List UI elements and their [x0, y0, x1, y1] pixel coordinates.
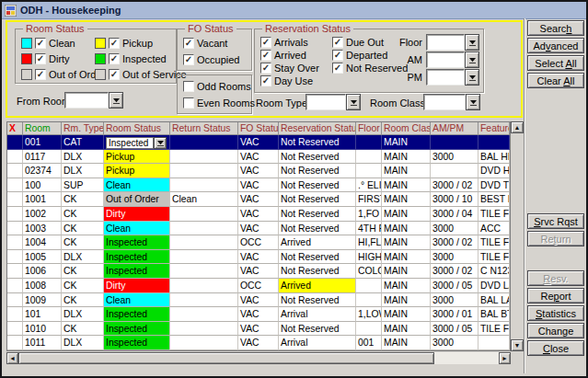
table-row[interactable]: 1011DLXInspectedVACArrival001MAIN3000 [7, 336, 510, 350]
cell-return-status [170, 150, 238, 165]
advanced-button[interactable]: Advanced [527, 38, 584, 53]
checkbox-label: Odd Rooms [197, 81, 251, 92]
window: ODH - Housekeeping Room Status ✓Clean✓Di… [0, 0, 588, 378]
cell-room-class: MAIN [382, 336, 431, 350]
table-row[interactable]: 1006CKInspectedVACNot ReservedCOLCMAIN30… [7, 264, 510, 279]
checkbox-label: Vacant [197, 38, 227, 49]
floor-combo [426, 34, 479, 51]
scrollbar-thumb[interactable] [18, 352, 434, 364]
vacant-checkbox[interactable]: ✓Vacant [183, 37, 239, 49]
even-rooms-checkbox[interactable]: Even Rooms [183, 97, 255, 109]
table-row[interactable]: 1009CKCleanVACNot ReservedMAIN3000BAL LA… [7, 293, 510, 308]
room-status-combo[interactable]: Inspected [106, 137, 167, 149]
app-icon[interactable] [5, 5, 17, 17]
dropdown-icon[interactable] [465, 69, 479, 86]
table-row[interactable]: 02374DLXPickupVACNot ReservedMAINDVD HB [7, 164, 510, 178]
table-row[interactable]: 0117DLXPickupVACNot ReservedMAIN3000BAL … [7, 150, 510, 165]
dirty-checkbox[interactable]: ✓Dirty [21, 52, 105, 64]
checkbox-box[interactable]: ✓ [332, 63, 343, 74]
cell-room: 1005 [23, 250, 62, 265]
checkbox-box[interactable]: ✓ [260, 50, 271, 61]
checkbox-box[interactable]: ✓ [109, 53, 120, 64]
change-button[interactable]: Change [527, 323, 584, 338]
dropdown-icon[interactable] [466, 94, 480, 110]
checkbox-box[interactable]: ✓ [260, 75, 271, 86]
scroll-right-icon[interactable]: ► [499, 352, 511, 364]
table-row[interactable]: 1005DLXInspectedVACNot ReservedHIGHMAIN3… [7, 250, 510, 265]
am-input[interactable] [426, 52, 465, 68]
table-row[interactable]: 1010CKInspectedVACNot ReservedMAIN3000 /… [7, 322, 510, 337]
dropdown-icon[interactable] [109, 92, 123, 109]
checkbox-box[interactable]: ✓ [260, 37, 271, 48]
checkbox-box[interactable]: ✓ [35, 53, 46, 64]
dropdown-icon[interactable] [346, 94, 361, 110]
dropdown-icon[interactable] [465, 52, 479, 68]
cell-floor [356, 279, 382, 293]
table-row[interactable]: 1008CKDirtyOCCArrivedMAIN3000 / 05DVD LA… [7, 279, 510, 293]
statistics-button[interactable]: Statistics [527, 305, 584, 321]
cell-fo-status: VAC [238, 178, 279, 193]
from-room-input[interactable] [64, 92, 109, 109]
resv-button[interactable]: Resv. [527, 270, 584, 286]
cell-return-status [170, 279, 238, 293]
table-row[interactable]: 1001CKOut of OrderCleanVACNot ReservedFI… [7, 192, 510, 207]
odd-rooms-checkbox[interactable]: Odd Rooms [183, 80, 255, 92]
cell-fo-status: VAC [238, 164, 279, 178]
pm-input[interactable] [426, 69, 465, 86]
room-type-input[interactable] [306, 94, 346, 110]
checkbox-box[interactable]: ✓ [260, 63, 271, 74]
checkbox-box[interactable]: ✓ [183, 38, 194, 49]
checkbox-box[interactable]: ✓ [35, 69, 46, 80]
cell-am-pm [431, 164, 478, 178]
close-button[interactable]: Close [527, 340, 584, 356]
cell-am-pm [431, 135, 478, 150]
day-use-checkbox[interactable]: ✓Day Use [260, 74, 319, 86]
checkbox-box[interactable]: ✓ [109, 38, 120, 49]
checkbox-label: Day Use [274, 75, 313, 86]
scroll-down-icon[interactable]: ▼ [511, 339, 524, 351]
room-status-value[interactable]: Inspected [106, 137, 154, 149]
checkbox-box[interactable]: ✓ [332, 37, 343, 48]
column-header-floor: Floor [356, 122, 382, 135]
report-button[interactable]: Report [527, 288, 584, 304]
horizontal-scrollbar[interactable]: ◄ ► [6, 352, 511, 364]
clean-checkbox[interactable]: ✓Clean [21, 37, 105, 49]
stay-over-checkbox[interactable]: ✓Stay Over [260, 62, 319, 74]
room-class-input[interactable] [423, 94, 466, 110]
vertical-scrollbar[interactable]: ▲ ▼ [511, 121, 524, 351]
occupied-checkbox[interactable]: ✓Occupied [183, 53, 239, 65]
checkbox-box[interactable]: ✓ [109, 69, 120, 80]
cell-floor [356, 164, 382, 178]
dropdown-icon[interactable] [154, 137, 167, 149]
table-row[interactable]: 001CATInspectedVACNot ReservedMAIN [7, 135, 510, 150]
checkbox-box[interactable]: ✓ [332, 50, 343, 61]
buttons-top: SearchAdvancedSelect AllClear All [527, 20, 586, 90]
select-all-button[interactable]: Select All [527, 55, 584, 71]
out-of-order-checkbox[interactable]: ✓Out of Order [21, 68, 105, 80]
cell-reservation-status: Arrived [279, 235, 356, 250]
out-of-service-checkbox[interactable]: ✓Out of Service [95, 68, 187, 80]
table-row[interactable]: 100SUPCleanVACNot Reserved.° ELISMAIN300… [7, 178, 510, 193]
inspected-checkbox[interactable]: ✓Inspected [95, 52, 187, 64]
scroll-up-icon[interactable]: ▲ [511, 121, 524, 133]
checkbox-box[interactable]: ✓ [183, 54, 194, 65]
srvc-rqst-button[interactable]: Srvc Rqst [527, 213, 584, 229]
checkbox-box[interactable]: ✓ [35, 38, 46, 49]
table-row[interactable]: 101DLXInspectedVACArrival1,LOWMAIN3000 /… [7, 307, 510, 322]
floor-input[interactable] [426, 34, 465, 51]
cell-floor [356, 150, 382, 165]
checkbox-box[interactable] [183, 81, 194, 92]
arrived-checkbox[interactable]: ✓Arrived [260, 49, 319, 61]
dropdown-icon[interactable] [465, 34, 479, 51]
clear-all-button[interactable]: Clear All [527, 73, 584, 88]
return-button[interactable]: Return [527, 231, 584, 246]
search-button[interactable]: Search [527, 20, 584, 36]
scroll-left-icon[interactable]: ◄ [6, 352, 18, 364]
arrivals-checkbox[interactable]: ✓Arrivals [260, 36, 319, 48]
pickup-checkbox[interactable]: ✓Pickup [95, 37, 187, 49]
table-row[interactable]: 1003CKCleanVACNot Reserved4TH FMAIN3000A… [7, 222, 510, 236]
cell-room: 1010 [23, 322, 62, 337]
table-row[interactable]: 1002CKDirtyVACNot Reserved1,FOMAIN3000 /… [7, 207, 510, 222]
checkbox-box[interactable] [183, 97, 194, 109]
table-row[interactable]: 1004CKInspectedOCCArrivedHI,FLCMAIN3000 … [7, 235, 510, 250]
